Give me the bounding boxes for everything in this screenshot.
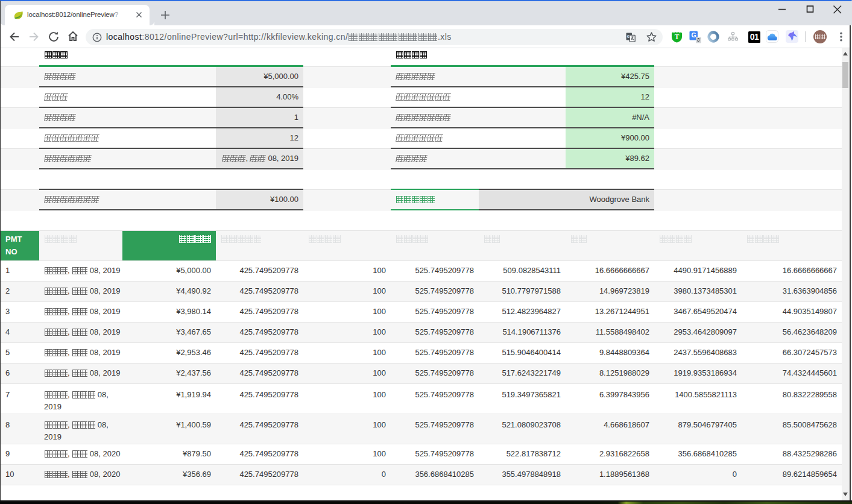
- svg-text:T: T: [675, 33, 680, 40]
- svg-text:G: G: [692, 31, 696, 39]
